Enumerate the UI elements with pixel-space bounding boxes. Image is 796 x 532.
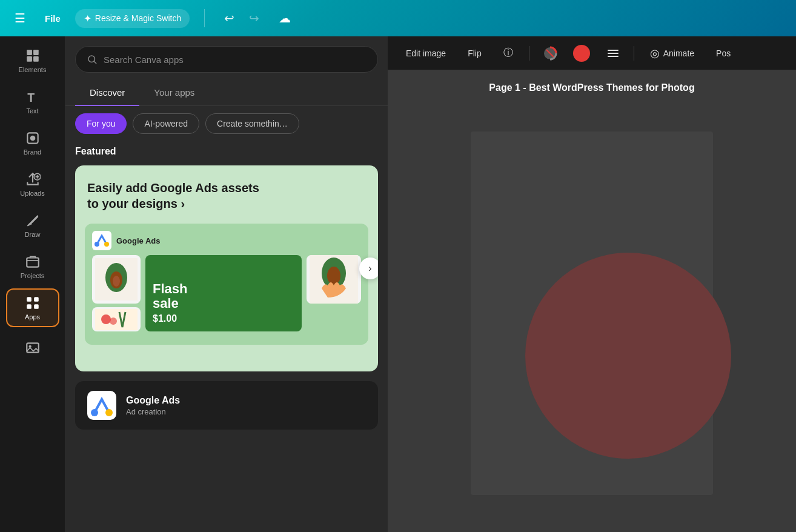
svg-rect-10	[27, 258, 39, 267]
svg-rect-3	[33, 50, 39, 55]
sidebar-item-draw[interactable]: Draw	[6, 206, 59, 245]
sidebar-item-uploads[interactable]: Uploads	[6, 165, 59, 204]
svg-point-27	[110, 318, 117, 325]
sidebar-item-text[interactable]: T Text	[6, 82, 59, 121]
panel-tabs: Discover Your apps	[65, 80, 388, 106]
google-ads-visual: Google Ads	[85, 224, 368, 345]
svg-point-8	[30, 136, 35, 141]
price-text: $1.00	[153, 313, 294, 324]
ga-main-card: Flashsale $1.00	[145, 255, 302, 331]
brand-label: Brand	[24, 148, 41, 156]
flash-sale-text: Flashsale	[153, 282, 294, 311]
svg-rect-12	[34, 297, 39, 302]
sidebar-item-photo[interactable]	[6, 330, 59, 368]
canvas-area: Page 1 - Best WordPress Themes for Photo…	[388, 70, 796, 532]
featured-card[interactable]: Easily add Google Ads assetsto your desi…	[75, 165, 378, 371]
svg-point-24	[113, 276, 120, 287]
sidebar-item-apps[interactable]: Apps	[6, 288, 59, 327]
svg-rect-14	[34, 304, 39, 309]
undo-redo-group: ↩ ↪	[219, 8, 264, 28]
canvas-circle	[525, 253, 731, 459]
elements-label: Elements	[19, 66, 47, 73]
sidebar-item-brand[interactable]: Brand	[6, 124, 59, 162]
apps-icon	[25, 295, 41, 311]
app-name: Google Ads	[126, 395, 180, 406]
projects-icon	[25, 254, 41, 270]
search-input[interactable]	[104, 55, 366, 65]
info-button[interactable]: ⓘ	[497, 42, 519, 64]
header-divider	[204, 9, 205, 27]
tab-discover[interactable]: Discover	[75, 80, 139, 106]
svg-text:T: T	[27, 91, 35, 104]
toolbar-divider	[529, 46, 529, 61]
featured-next-button[interactable]: ›	[359, 258, 378, 279]
left-sidebar: Elements T Text Brand Uploads Draw	[0, 36, 65, 532]
text-icon: T	[25, 89, 41, 105]
svg-point-20	[104, 242, 109, 247]
menu-icon[interactable]: ☰	[10, 6, 30, 30]
app-info-text: Google Ads Ad creation	[126, 395, 180, 416]
search-section	[65, 36, 388, 80]
svg-rect-4	[27, 56, 32, 62]
svg-point-33	[105, 409, 113, 416]
flip-button[interactable]: Flip	[462, 45, 488, 62]
search-icon	[87, 54, 98, 65]
app-info-box[interactable]: Google Ads Ad creation	[75, 381, 378, 430]
ga-header: Google Ads	[92, 231, 361, 250]
edit-toolbar: Edit image Flip ⓘ ◎ Animate Pos	[388, 36, 796, 70]
svg-rect-13	[27, 304, 32, 309]
lines-menu-button[interactable]	[602, 42, 624, 64]
position-button[interactable]: Pos	[710, 45, 737, 62]
brand-icon	[25, 130, 41, 146]
filter-pills: For you AI-powered Create somethin…	[75, 113, 378, 134]
svg-rect-11	[27, 297, 32, 302]
ga-name: Google Ads	[116, 236, 160, 245]
edit-image-button[interactable]: Edit image	[400, 45, 452, 62]
filter-ai-powered[interactable]: AI-powered	[133, 113, 199, 134]
top-header: ☰ File ✦ Resize & Magic Switch ↩ ↪ ☁	[0, 0, 796, 36]
app-description: Ad creation	[126, 407, 180, 416]
hamburger-icon	[605, 47, 621, 59]
file-menu[interactable]: File	[40, 11, 65, 26]
search-box[interactable]	[75, 46, 378, 73]
app-logo	[87, 391, 116, 420]
toolbar-divider-2	[634, 46, 634, 61]
svg-rect-5	[33, 56, 39, 62]
undo-button[interactable]: ↩	[219, 8, 239, 28]
animate-button[interactable]: ◎ Animate	[644, 43, 700, 64]
panel-content: For you AI-powered Create somethin… Feat…	[65, 106, 388, 532]
google-ads-logo	[92, 231, 111, 250]
sidebar-item-projects[interactable]: Projects	[6, 247, 59, 286]
svg-point-30	[327, 267, 340, 285]
magic-wand-icon: ✦	[84, 13, 91, 24]
svg-point-19	[95, 242, 99, 247]
ga-small-card-3	[307, 255, 361, 304]
canvas-design[interactable]	[471, 131, 713, 495]
draw-icon	[25, 213, 41, 228]
ga-small-card-1	[92, 255, 141, 304]
featured-card-title: Easily add Google Ads assetsto your desi…	[87, 180, 366, 211]
redo-button[interactable]: ↪	[244, 8, 264, 28]
tab-your-apps[interactable]: Your apps	[139, 80, 209, 106]
apps-panel: Discover Your apps For you AI-powered Cr…	[65, 36, 388, 532]
sidebar-item-elements[interactable]: Elements	[6, 41, 59, 80]
photo-icon	[25, 340, 41, 356]
animate-icon: ◎	[650, 47, 660, 60]
color-wheel-icon[interactable]	[539, 42, 561, 64]
apps-label: Apps	[25, 313, 40, 321]
filter-create-something[interactable]: Create somethin…	[205, 113, 299, 134]
featured-card-arrow: ›	[181, 197, 185, 210]
record-icon	[573, 45, 590, 62]
svg-rect-18	[92, 231, 111, 250]
record-button[interactable]	[571, 42, 592, 64]
filter-for-you[interactable]: For you	[75, 113, 127, 134]
svg-point-32	[91, 409, 98, 416]
svg-point-26	[101, 314, 111, 324]
projects-label: Projects	[21, 272, 45, 279]
resize-magic-switch-button[interactable]: ✦ Resize & Magic Switch	[75, 9, 190, 28]
uploads-label: Uploads	[20, 190, 44, 197]
cloud-save-icon[interactable]: ☁	[274, 8, 296, 28]
ga-cards: Flashsale $1.00	[92, 255, 361, 331]
canvas-page-title: Page 1 - Best WordPress Themes for Photo…	[489, 82, 694, 93]
ga-small-card-2	[92, 307, 141, 331]
